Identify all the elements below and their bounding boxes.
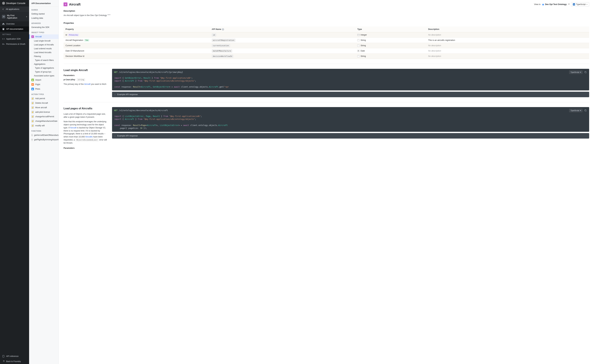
guide-getting-started[interactable]: Getting started (29, 12, 59, 16)
code-language-selector[interactable]: TypeScript▾ (569, 70, 582, 74)
code-block: GET /v2/ontologies/devconsole/objects/Ai… (112, 107, 589, 132)
action-icon: ⚡ (31, 115, 34, 118)
current-application-selector[interactable]: My First Application ▾ (0, 12, 29, 21)
code-language-selector[interactable]: TypeScript▾ (569, 109, 582, 112)
no-description: No description (426, 32, 589, 38)
nav-application-sdk[interactable]: Application SDK (0, 36, 29, 41)
chevron-down-icon: ⌄ (114, 135, 116, 137)
string-type-icon: "" (357, 55, 360, 57)
nav-api-documentation[interactable]: API documentation (0, 26, 29, 32)
object-type-pilots[interactable]: ◆ Pilots (29, 87, 59, 91)
function-get-flights[interactable]: fxgetFlightsByArrivingAirportC… (29, 137, 59, 142)
nav-permissions-oauth[interactable]: Permissions & OAuth (0, 41, 29, 47)
key-icon (2, 43, 5, 45)
col-property: Property (64, 26, 210, 32)
ontology-link[interactable]: ▣ Dev Opi Test Ontology (542, 3, 569, 6)
function-get-mfg-date[interactable]: fxgetAircraftDateOfManufacture (29, 133, 59, 137)
svg-rect-8 (585, 110, 586, 111)
api-name: currentLocation (212, 44, 230, 47)
aircrafts-link[interactable]: Aircrafts (85, 136, 93, 138)
svg-point-1 (3, 16, 3, 17)
action-change-mfg-date[interactable]: ⚡changeManufactureDate (29, 119, 59, 123)
sub-load-ordered[interactable]: Load ordered results (29, 47, 59, 51)
action-change-permit[interactable]: ⚡changeAircraftPermit (29, 114, 59, 119)
action-icon: ⚡ (31, 124, 34, 127)
sub-load-single[interactable]: Load single Aircraft (29, 39, 59, 43)
help-icon[interactable]: ? (222, 28, 224, 31)
string-type-icon: "" (357, 44, 360, 47)
sub-search-filters[interactable]: Types of search filters (29, 58, 59, 62)
action-delete-aircraft[interactable]: ⚡Delete Aircraft (29, 101, 59, 105)
book-icon (2, 28, 5, 30)
sub-aggregations[interactable]: Aggregations (29, 62, 59, 66)
api-name: id (212, 33, 216, 37)
sub-groupby-types[interactable]: Types of group bys (29, 70, 59, 74)
example-response-toggle[interactable]: ⌄ Example API response (112, 133, 589, 139)
col-desc: Description (426, 26, 589, 32)
action-add-pilot-license[interactable]: ⚡add-pilot-license (29, 110, 59, 114)
guide-loading-data[interactable]: Loading data (29, 16, 59, 20)
date-type-icon: ▦ (357, 50, 360, 52)
sub-load-pages[interactable]: Load pages of Aircrafts (29, 43, 59, 47)
code-body[interactable]: import { ListObjectsError, Page, Result … (112, 114, 589, 132)
action-icon: ⚡ (31, 106, 34, 109)
table-header-row: Property API Name? Type Description (64, 26, 589, 32)
primary-sidebar: Developer Console All applications My Fi… (0, 0, 29, 364)
language-selector[interactable]: TS TypeScript ▾ (571, 2, 589, 6)
person-icon: ◆ (31, 88, 34, 90)
parameters-label: Parameters (64, 74, 109, 77)
endpoint-load-pages: Load pages of Aircrafts Load a list of O… (59, 104, 594, 154)
svg-rect-2 (3, 28, 4, 30)
col-type: Type (355, 26, 426, 32)
nav-api-reference[interactable]: API reference (0, 354, 29, 359)
copy-button[interactable] (584, 71, 587, 74)
aircraft-link[interactable]: Aircraft (84, 83, 91, 85)
copy-button[interactable] (584, 109, 587, 112)
object-type-flight[interactable]: ⇄ Flight (29, 82, 59, 87)
string-type-icon: "" (357, 39, 360, 41)
nav-overview[interactable]: Overview (0, 21, 29, 26)
main-content: ✈ Aircraft View in ▣ Dev Opi Test Ontolo… (59, 0, 594, 364)
http-method: GET (114, 109, 118, 112)
param-type: string (77, 78, 85, 81)
code-body[interactable]: import { GetObjectError, Result } from "… (112, 76, 589, 91)
api-docs-header: API Documentation (29, 0, 59, 7)
param-description: The primary key of the Aircraft you want… (64, 83, 109, 86)
param-name: primaryKey (64, 78, 75, 81)
sub-filtering[interactable]: Filtering (29, 54, 59, 58)
sub-aggregation-types[interactable]: Types of aggregations (29, 66, 59, 70)
chevron-down-icon: ▾ (580, 71, 581, 73)
copy-icon (584, 71, 587, 73)
col-api: API Name? (210, 26, 356, 32)
no-description: No description (426, 53, 589, 59)
endpoint-url: /v2/ontologies/devconsole/objects/Aircra… (119, 71, 183, 73)
api-name: aircraftRegistration (212, 39, 235, 42)
divider (64, 64, 589, 64)
action-types-section-label: ACTION TYPES (29, 91, 59, 96)
action-add-permit[interactable]: ⚡Add permit (29, 96, 59, 101)
nav-back-to-foundry[interactable]: Back to Foundry (0, 359, 29, 364)
settings-section-label: SETTINGS (0, 32, 29, 36)
action-modify-wifi[interactable]: ⚡modify wifi (29, 123, 59, 128)
sub-load-linked[interactable]: Load linked Aircrafts (29, 51, 59, 54)
function-icon: fx (31, 138, 33, 141)
svg-rect-7 (585, 72, 586, 73)
code-block: GET /v2/ontologies/devconsole/objects/Ai… (112, 69, 589, 91)
aircraft-link[interactable]: Aircraft (70, 127, 76, 129)
http-method: GET (114, 71, 118, 73)
object-type-aircraft[interactable]: ✈ Aircraft (29, 34, 59, 39)
object-types-section-label: OBJECT TYPES (29, 29, 59, 34)
sub-associated-actions[interactable]: Associated action types (29, 74, 59, 78)
primary-key-badge: Primary key (68, 34, 79, 36)
action-move-aircraft[interactable]: ⚡Move aircraft (29, 105, 59, 110)
advanced-generating-sdk[interactable]: Generating the SDK (29, 25, 59, 29)
no-description: No description (426, 43, 589, 48)
example-response-toggle[interactable]: ⌄ Example API response (112, 92, 589, 97)
back-to-applications[interactable]: All applications (0, 6, 29, 12)
external-link-icon (2, 360, 5, 363)
divider (64, 102, 589, 102)
object-type-airport[interactable]: ◉ Airport (29, 78, 59, 82)
properties-label: Properties (64, 22, 190, 24)
arrow-left-icon (2, 8, 4, 10)
endpoint-note: Note that this endpoint leverages the un… (64, 120, 109, 144)
